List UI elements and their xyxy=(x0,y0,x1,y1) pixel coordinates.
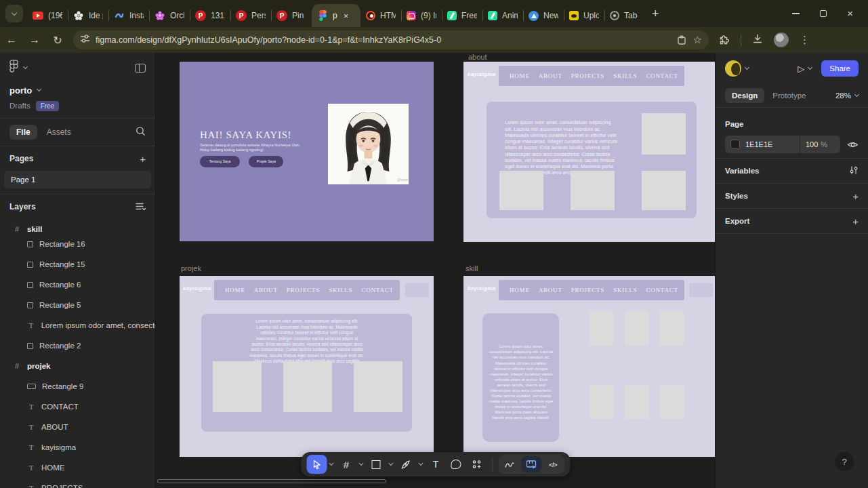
nav-contact[interactable]: CONTACT xyxy=(361,287,393,293)
browser-tab[interactable]: Uplo xyxy=(564,4,604,27)
page-item-selected[interactable]: Page 1 xyxy=(4,171,151,188)
styles-section-header[interactable]: Styles xyxy=(725,192,748,200)
image-placeholder[interactable] xyxy=(642,171,686,210)
about-content-panel[interactable]: Lorem ipsum odor amet, consectetuer adip… xyxy=(487,102,697,218)
export-section-header[interactable]: Export xyxy=(725,217,749,225)
shape-tool-button[interactable] xyxy=(366,455,386,474)
layer-row[interactable]: TPROJECTS xyxy=(0,478,155,488)
back-button[interactable]: ← xyxy=(0,34,23,46)
actions-button[interactable] xyxy=(466,455,487,474)
layer-row[interactable]: Rectangle 6 xyxy=(0,274,155,295)
browser-tab[interactable]: New xyxy=(523,4,564,27)
zoom-level[interactable]: 28% xyxy=(835,92,859,100)
skill-lorem-text[interactable]: Lorem ipsum odor amet, consectetuer adip… xyxy=(489,344,553,420)
text-tool-button[interactable]: T xyxy=(426,455,446,474)
nav-contact[interactable]: CONTACT xyxy=(646,73,678,79)
variables-icon[interactable] xyxy=(849,165,859,177)
browser-tab[interactable]: P Perso xyxy=(230,4,271,27)
projek-content-panel[interactable]: Lorem ipsum odor amet, consectetuer adip… xyxy=(201,314,412,432)
layer-row[interactable]: Rectangle 15 xyxy=(0,254,155,274)
tab-assets[interactable]: Assets xyxy=(47,127,71,137)
frame-tool-button[interactable]: # xyxy=(336,455,356,474)
pages-header[interactable]: Pages xyxy=(9,154,33,163)
nav-skills[interactable]: SKILLS xyxy=(613,73,637,79)
navbar-placeholder-rect[interactable] xyxy=(405,283,429,297)
nav-projects[interactable]: PROJECTS xyxy=(571,73,604,79)
nav-about[interactable]: ABOUT xyxy=(539,287,562,293)
image-placeholder[interactable] xyxy=(571,171,615,210)
site-navbar[interactable]: HOME ABOUT PROJECTS SKILLS CONTACT xyxy=(499,66,684,86)
save-to-collection-icon[interactable] xyxy=(677,35,686,45)
reload-button[interactable]: ↻ xyxy=(46,34,69,47)
file-location[interactable]: Drafts xyxy=(9,102,30,110)
project-placeholder[interactable] xyxy=(354,361,402,412)
browser-tab[interactable]: Anim xyxy=(482,4,523,27)
tab-prototype[interactable]: Prototype xyxy=(772,92,806,100)
layer-row[interactable]: Tkayisigma xyxy=(0,437,155,458)
artboard-projek[interactable]: kayisigma HOME ABOUT PROJECTS SKILLS CON… xyxy=(180,276,434,457)
skill-placeholder[interactable] xyxy=(625,311,649,346)
nav-home[interactable]: HOME xyxy=(510,73,530,79)
nav-about[interactable]: ABOUT xyxy=(254,287,278,293)
help-button[interactable]: ? xyxy=(835,452,854,471)
window-minimize-button[interactable] xyxy=(792,13,800,14)
site-navbar[interactable]: HOME ABOUT PROJECTS SKILLS CONTACT xyxy=(214,280,400,300)
project-placeholder[interactable] xyxy=(213,361,262,412)
nav-contact[interactable]: CONTACT xyxy=(646,287,678,293)
layer-row[interactable]: TLorem ipsum odor amet, consecte xyxy=(0,315,155,336)
address-bar[interactable]: figma.com/design/dfXgPynhIutzU6sIApuOfy/… xyxy=(73,30,709,49)
skill-placeholder[interactable] xyxy=(589,385,613,419)
share-button[interactable]: Share xyxy=(821,60,859,77)
nav-skills[interactable]: SKILLS xyxy=(329,287,352,293)
color-swatch[interactable] xyxy=(730,140,740,149)
design-canvas[interactable]: about projek skill HAI! SAYA KAYIS! Sela… xyxy=(156,53,715,488)
tab-close-icon[interactable]: × xyxy=(344,11,349,21)
annotate-measure-button[interactable] xyxy=(521,456,541,472)
browser-tab[interactable]: Free xyxy=(442,4,482,27)
dev-mode-code-button[interactable]: </> xyxy=(543,456,563,472)
user-avatar[interactable] xyxy=(725,60,741,77)
extensions-puzzle-icon[interactable] xyxy=(718,33,730,47)
layer-row[interactable]: Rectangle 2 xyxy=(0,336,155,356)
pen-tool-chevron-icon[interactable] xyxy=(416,464,426,465)
pen-tool-button[interactable] xyxy=(396,455,416,474)
shape-tool-chevron-icon[interactable] xyxy=(386,464,396,465)
project-placeholder[interactable] xyxy=(283,361,332,412)
main-menu-chevron-icon[interactable] xyxy=(23,64,28,69)
figma-logo-icon[interactable] xyxy=(9,60,18,76)
projek-saya-button[interactable]: Projek Saya xyxy=(249,156,283,167)
tentang-saya-button[interactable]: Tentang Saya xyxy=(200,156,240,167)
navbar-placeholder-rect[interactable] xyxy=(689,283,713,297)
site-logo-text[interactable]: kayisigma xyxy=(183,285,211,291)
nav-projects[interactable]: PROJECTS xyxy=(287,287,320,293)
artboard-label-skill[interactable]: skill xyxy=(466,264,478,272)
browser-menu-kebab-icon[interactable]: ⋮ xyxy=(800,34,810,46)
draw-marker-button[interactable] xyxy=(499,456,520,472)
variables-section-header[interactable]: Variables xyxy=(725,167,760,175)
move-tool-button[interactable] xyxy=(306,455,327,474)
horizontal-scrollbar[interactable] xyxy=(157,479,386,483)
layer-row[interactable]: TCONTACT xyxy=(0,396,155,417)
nav-home[interactable]: HOME xyxy=(510,287,530,293)
layer-row[interactable]: TABOUT xyxy=(0,417,155,437)
browser-tab[interactable]: P 1312 xyxy=(190,4,230,27)
tab-file[interactable]: File xyxy=(9,125,37,140)
tab-design[interactable]: Design xyxy=(725,88,764,103)
nav-about[interactable]: ABOUT xyxy=(539,73,562,79)
collapse-panel-icon[interactable] xyxy=(135,64,146,73)
add-page-icon[interactable]: + xyxy=(140,153,146,165)
move-tool-chevron-icon[interactable] xyxy=(327,464,336,465)
nav-skills[interactable]: SKILLS xyxy=(613,287,637,293)
bookmark-star-icon[interactable]: ☆ xyxy=(693,34,702,46)
browser-tab[interactable]: Ide p xyxy=(68,4,108,27)
avatar-chevron-icon[interactable] xyxy=(745,65,749,70)
skill-placeholder[interactable] xyxy=(589,311,613,346)
present-chevron-icon[interactable] xyxy=(808,65,812,70)
portrait-illustration[interactable]: @kayis xyxy=(328,104,409,184)
add-style-icon[interactable]: + xyxy=(852,190,859,202)
forward-button[interactable]: → xyxy=(23,34,46,46)
artboard-label-about[interactable]: about xyxy=(468,53,487,61)
image-placeholder[interactable] xyxy=(642,113,686,155)
artboard-about[interactable]: kayisigma HOME ABOUT PROJECTS SKILLS CON… xyxy=(463,62,715,242)
browser-tab[interactable]: Insta xyxy=(108,4,149,27)
